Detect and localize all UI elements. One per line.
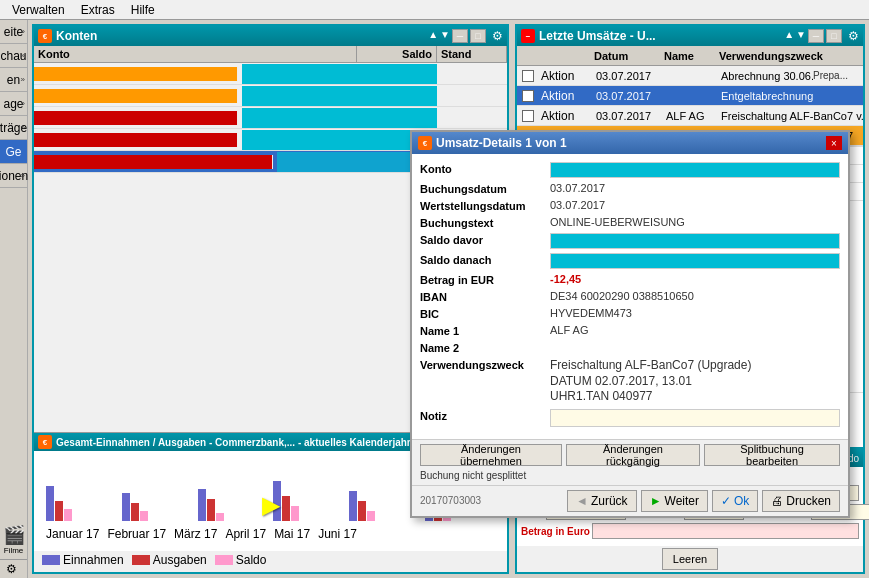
chart-label-4: Mai 17	[274, 527, 310, 541]
field-value-name1: ALF AG	[550, 324, 840, 336]
notiz-input[interactable]	[550, 409, 840, 427]
legend-saldo: Saldo	[215, 553, 267, 567]
sidebar-item-chau[interactable]: chau »	[0, 44, 27, 68]
chart-legend: Einnahmen Ausgaben Saldo	[34, 551, 507, 569]
zurueck-button[interactable]: ◄ Zurück	[567, 490, 637, 512]
field-value-iban: DE34 60020290 0388510650	[550, 290, 840, 302]
checkbox-input-2[interactable]	[522, 110, 534, 122]
yellow-arrow: ▶	[262, 491, 280, 519]
checkbox-input-1[interactable]	[522, 90, 534, 102]
sidebar-item-ionen[interactable]: ionen »	[0, 164, 27, 188]
aktion-1[interactable]: Aktion	[539, 89, 594, 103]
umsatz-table-header: Datum Name Verwendungszweck	[517, 46, 863, 66]
menu-hilfe[interactable]: Hilfe	[123, 3, 163, 17]
weiter-button[interactable]: ► Weiter	[641, 490, 708, 512]
td-stand-2	[437, 117, 507, 119]
drucken-button[interactable]: 🖨 Drucken	[762, 490, 840, 512]
sidebar-item-eite[interactable]: eite »	[0, 20, 27, 44]
arrow-down-icon-2[interactable]: ▼	[796, 29, 806, 43]
gear-icon-konten[interactable]: ⚙	[492, 29, 503, 43]
field-buchungsdatum: Buchungsdatum 03.07.2017	[420, 182, 840, 195]
bar-saldo-1	[140, 511, 148, 521]
dialog-action-buttons: Änderungen übernehmen Änderungen rückgän…	[412, 439, 848, 485]
umsatz-row-1[interactable]: Aktion 03.07.2017 Entgeltabrechnung	[517, 86, 863, 106]
chart-label-0: Januar 17	[46, 527, 99, 541]
sidebar-arrow-0: »	[21, 27, 25, 36]
menu-verwalten[interactable]: Verwalten	[4, 3, 73, 17]
dialog-close-button[interactable]: ×	[826, 136, 842, 150]
bar-income-1	[122, 493, 130, 521]
doc-id: 20170703003	[420, 495, 481, 506]
sidebar-item-en[interactable]: en »	[0, 68, 27, 92]
sidebar-arrow-1: »	[21, 51, 25, 60]
weiter-label: Weiter	[665, 494, 699, 508]
letzte-minimize[interactable]: ─	[808, 29, 824, 43]
aktion-0[interactable]: Aktion	[539, 69, 594, 83]
umsatz-row-2[interactable]: Aktion 03.07.2017 ALF AG Freischaltung A…	[517, 106, 863, 126]
konten-maximize[interactable]: □	[470, 29, 486, 43]
bar-group-3	[273, 481, 343, 521]
table-row[interactable]	[34, 63, 507, 85]
field-label-iban: IBAN	[420, 290, 550, 303]
dialog-title-text: Umsatz-Details 1 von 1	[436, 136, 567, 150]
saldo-danach-block	[550, 253, 840, 269]
chart-label-5: Juni 17	[318, 527, 357, 541]
bar-income-4	[349, 491, 357, 521]
td-konto-4	[34, 155, 273, 169]
left-sidebar: eite » chau » en » age » träge » Ge ione…	[0, 20, 28, 578]
sidebar-item-ge[interactable]: Ge	[0, 140, 27, 164]
sidebar-arrow-3: »	[21, 99, 25, 108]
checkbox-2[interactable]	[517, 110, 539, 122]
field-label-verwendungszweck: Verwendungszweck	[420, 358, 550, 371]
verwendung-line2: DATUM 02.07.2017, 13.01	[550, 374, 840, 390]
field-bic: BIC HYVEDEMM473	[420, 307, 840, 320]
konten-minimize[interactable]: ─	[452, 29, 468, 43]
gear-bottom[interactable]: ⚙	[0, 559, 27, 578]
th-saldo: Saldo	[357, 46, 437, 62]
forward-arrow-icon: ►	[650, 494, 662, 508]
checkbox-0[interactable]	[517, 70, 539, 82]
table-row[interactable]	[34, 85, 507, 107]
td-stand-0	[437, 73, 507, 75]
field-notiz: Notiz	[420, 409, 840, 427]
zweck-1: Entgeltabrechnung	[719, 90, 863, 102]
sidebar-item-age[interactable]: age »	[0, 92, 27, 116]
gear-icon[interactable]: ⚙	[6, 562, 17, 576]
field-value-buchungsdatum: 03.07.2017	[550, 182, 840, 194]
arrow-down-icon[interactable]: ▼	[440, 29, 450, 43]
field-iban: IBAN DE34 60020290 0388510650	[420, 290, 840, 303]
rueckgaengig-button[interactable]: Änderungen rückgängig	[566, 444, 700, 466]
dialog-title-icon: €	[418, 136, 432, 150]
field-label-buchungsdatum: Buchungsdatum	[420, 182, 550, 195]
bar-saldo-3	[291, 506, 299, 521]
th-datum: Datum	[594, 50, 664, 62]
field-saldo-danach: Saldo danach	[420, 253, 840, 269]
checkbox-input-0[interactable]	[522, 70, 534, 82]
bar-saldo-2	[216, 513, 224, 521]
gear-icon-letzte[interactable]: ⚙	[848, 29, 859, 43]
sidebar-arrow-4: »	[21, 123, 25, 132]
sidebar-item-traege[interactable]: träge »	[0, 116, 27, 140]
leeren-button[interactable]: Leeren	[662, 548, 718, 570]
arrow-up-icon-2[interactable]: ▲	[784, 29, 794, 43]
table-row[interactable]	[34, 107, 507, 129]
td-konto-2	[34, 111, 238, 125]
zweck-0: Abrechnung 30.06.2017	[719, 70, 813, 82]
menubar: Verwalten Extras Hilfe	[0, 0, 869, 20]
th-zweck: Verwendungszweck	[719, 50, 863, 62]
letzte-maximize[interactable]: □	[826, 29, 842, 43]
splitbuchung-button[interactable]: Splitbuchung bearbeiten	[704, 444, 840, 466]
ok-button[interactable]: ✓ Ok	[712, 490, 758, 512]
umsatz-row-0[interactable]: Aktion 03.07.2017 Abrechnung 30.06.2017 …	[517, 66, 863, 86]
aktion-2[interactable]: Aktion	[539, 109, 594, 123]
th-konto: Konto	[34, 46, 357, 62]
bar-expense-0	[55, 501, 63, 521]
betrag-input[interactable]	[592, 523, 859, 539]
aenderungen-button[interactable]: Änderungen übernehmen	[420, 444, 562, 466]
legend-label-einnahmen: Einnahmen	[63, 553, 124, 567]
field-label-saldo-davor: Saldo davor	[420, 233, 550, 246]
menu-extras[interactable]: Extras	[73, 3, 123, 17]
arrow-up-icon[interactable]: ▲	[428, 29, 438, 43]
field-value-buchungstext: ONLINE-UEBERWEISUNG	[550, 216, 840, 228]
checkbox-1[interactable]	[517, 90, 539, 102]
